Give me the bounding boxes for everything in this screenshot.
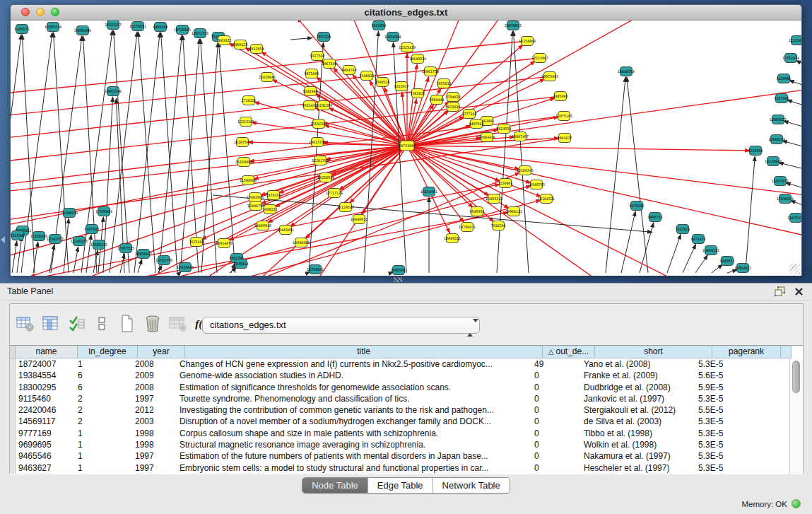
table-cell[interactable]: 6 xyxy=(75,370,132,381)
table-cell[interactable]: Investigating the contribution of common… xyxy=(177,404,531,416)
split-pane-handle[interactable] xyxy=(394,277,402,282)
table-cell[interactable]: 5.3E-5 xyxy=(695,439,761,450)
table-cell[interactable]: 0 xyxy=(531,370,581,381)
table-cell[interactable]: 1 xyxy=(75,358,132,370)
table-cell[interactable]: 2008 xyxy=(132,382,177,393)
table-row[interactable]: 969969511998Structural magnetic resonanc… xyxy=(10,439,803,450)
table-cell[interactable]: Stergiakouli et al. (2012) xyxy=(581,404,695,416)
table-cell[interactable]: 0 xyxy=(531,393,581,404)
tab-node-table[interactable]: Node Table xyxy=(302,478,368,493)
column-header[interactable] xyxy=(781,346,792,358)
table-cell[interactable]: 0 xyxy=(531,416,581,427)
new-document-icon[interactable] xyxy=(117,315,136,333)
table-cell[interactable]: Estimation of the future numbers of pati… xyxy=(177,450,531,462)
table-cell[interactable]: 22420046 xyxy=(16,404,75,416)
table-cell[interactable]: 0 xyxy=(531,439,581,450)
table-cell[interactable]: 2008 xyxy=(132,358,177,370)
table-row[interactable]: 1830029562008Estimation of significance … xyxy=(10,382,803,393)
column-header[interactable]: in_degree xyxy=(78,346,138,358)
table-cell[interactable]: 1998 xyxy=(132,428,177,439)
node-table[interactable]: namein_degreeyeartitle△out_de...shortpag… xyxy=(10,345,803,474)
table-cell[interactable]: 1997 xyxy=(132,393,177,404)
network-graph[interactable]: 9105572183557242069140610533287152760216… xyxy=(11,21,801,276)
table-cell[interactable]: 0 xyxy=(531,462,581,474)
table-cell[interactable]: 5.6E-5 xyxy=(695,370,761,381)
table-cell[interactable]: 2 xyxy=(75,416,132,427)
table-select-dropdown[interactable]: citations_edges.txt xyxy=(202,317,480,334)
table-cell[interactable]: 2003 xyxy=(132,416,177,427)
table-cell[interactable]: Tibbo et al. (1998) xyxy=(581,428,695,439)
table-row[interactable]: 946362711997Embryonic stem cells: a mode… xyxy=(10,462,803,474)
table-cell[interactable]: 1 xyxy=(75,450,132,462)
table-row[interactable]: 2242004622012Investigating the contribut… xyxy=(10,404,803,416)
table-cell[interactable]: 49 xyxy=(531,358,581,370)
table-cell[interactable]: Estimation of significance thresholds fo… xyxy=(177,382,531,393)
tab-edge-table[interactable]: Edge Table xyxy=(368,478,433,493)
table-cell[interactable]: 9115460 xyxy=(16,393,75,404)
table-cell[interactable]: 0 xyxy=(531,428,581,439)
table-cell[interactable]: 9699695 xyxy=(16,439,75,450)
table-cell[interactable]: 9777169 xyxy=(16,428,75,439)
panel-collapse-arrow-icon[interactable] xyxy=(1,236,5,243)
table-cell[interactable]: 1 xyxy=(75,439,132,450)
table-cell[interactable]: Embryonic stem cells: a model to study s… xyxy=(177,462,531,474)
table-cell[interactable]: 1998 xyxy=(132,439,177,450)
table-cell[interactable]: 9465546 xyxy=(16,450,75,462)
scrollbar-thumb[interactable] xyxy=(792,361,800,393)
table-cell[interactable]: 5.3E-5 xyxy=(695,450,761,462)
table-cell[interactable]: Structural magnetic resonance image aver… xyxy=(177,439,531,450)
table-columns-icon[interactable] xyxy=(41,315,60,333)
table-row[interactable]: 977716911998Corpus callosum shape and si… xyxy=(10,428,803,439)
column-header[interactable]: title xyxy=(185,346,543,358)
table-cell[interactable]: Franke et al. (2009) xyxy=(581,370,695,381)
table-cell[interactable]: 0 xyxy=(531,450,581,462)
column-header[interactable]: short xyxy=(595,346,712,358)
table-cell[interactable]: 5.5E-5 xyxy=(695,404,761,416)
table-cell[interactable]: 2009 xyxy=(132,370,177,381)
table-cell[interactable]: Jankovic et al. (1997) xyxy=(581,393,695,404)
table-cell[interactable]: 2012 xyxy=(132,404,177,416)
close-panel-icon[interactable] xyxy=(794,287,804,296)
table-row[interactable]: 911546021997Tourette syndrome. Phenomeno… xyxy=(10,393,803,404)
network-canvas[interactable]: 9105572183557242069140610533287152760216… xyxy=(11,21,801,276)
table-cell[interactable]: 5.3E-5 xyxy=(695,428,761,439)
column-header[interactable]: name xyxy=(16,346,78,358)
table-row[interactable]: 1938455462009Genome-wide association stu… xyxy=(10,370,803,381)
table-cell[interactable]: Wolkin et al. (1998) xyxy=(581,439,695,450)
column-checks-icon[interactable] xyxy=(66,315,86,333)
stacked-rows-icon[interactable] xyxy=(92,315,111,333)
table-cell[interactable]: 14569117 xyxy=(16,416,75,427)
table-cell[interactable]: 5.9E-5 xyxy=(695,382,761,393)
table-cell[interactable]: 5.3E-5 xyxy=(695,358,761,370)
table-cell[interactable]: 5.3E-5 xyxy=(695,462,761,474)
table-cell[interactable]: de Silva et al. (2003) xyxy=(581,416,695,427)
table-cell[interactable]: Dudbridge et al. (2008) xyxy=(581,382,695,393)
window-resize-grip[interactable] xyxy=(789,264,800,274)
table-cell[interactable]: 1997 xyxy=(132,462,177,474)
table-cell[interactable]: Disruption of a novel member of a sodium… xyxy=(177,416,531,427)
table-cell[interactable]: 18300295 xyxy=(16,382,75,393)
table-cell[interactable]: Tourette syndrome. Phenomenology and cla… xyxy=(177,393,531,404)
table-cell[interactable]: 0 xyxy=(531,404,581,416)
table-cell[interactable]: 2 xyxy=(75,404,132,416)
column-header[interactable]: △out_de... xyxy=(543,346,595,358)
vertical-scrollbar[interactable] xyxy=(789,358,803,474)
table-cell[interactable]: 1997 xyxy=(132,450,177,462)
table-gear-icon[interactable] xyxy=(16,315,35,333)
table-cell[interactable]: Yano et al. (2008) xyxy=(581,358,695,370)
table-row[interactable]: 1456911722003Disruption of a novel membe… xyxy=(10,416,803,427)
table-cell[interactable]: Changes of HCN gene expression and I(f) … xyxy=(177,358,531,370)
table-cell[interactable]: Nakamura et al. (1997) xyxy=(581,450,695,462)
column-header[interactable]: pagerank xyxy=(712,346,781,358)
table-cell[interactable]: 1 xyxy=(75,428,132,439)
table-cell[interactable]: 19384554 xyxy=(16,370,75,381)
table-cell[interactable]: 2 xyxy=(75,393,132,404)
column-header[interactable]: year xyxy=(138,346,185,358)
table-cell[interactable]: 1 xyxy=(75,462,132,474)
table-cell[interactable]: Genome-wide association studies in ADHD. xyxy=(177,370,531,381)
table-row[interactable]: 1872400712008Changes of HCN gene express… xyxy=(10,358,803,370)
table-cell[interactable]: 9463627 xyxy=(16,462,75,474)
window-titlebar[interactable]: citations_edges.txt xyxy=(11,5,801,21)
table-cell[interactable]: Corpus callosum shape and size in male p… xyxy=(177,428,531,439)
table-cell[interactable]: 5.3E-5 xyxy=(695,416,761,427)
